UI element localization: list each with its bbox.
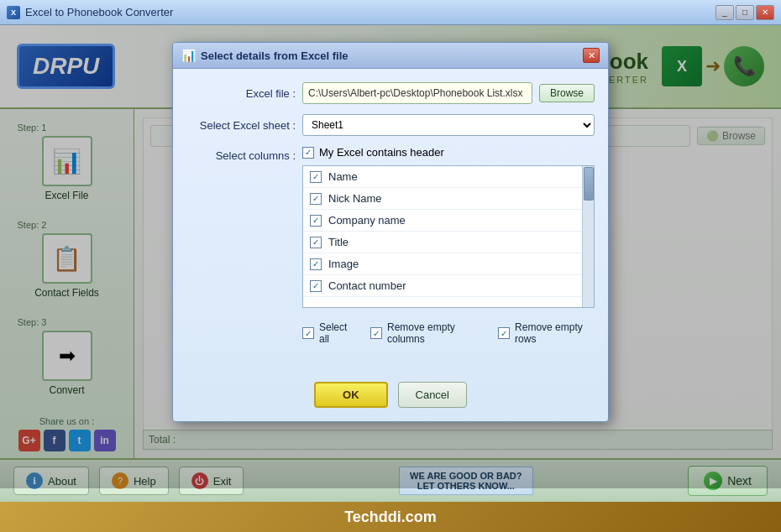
header-checkbox[interactable] [302, 147, 314, 159]
remove-empty-rows-group: Remove empty rows [498, 321, 595, 345]
header-check-row: My Excel contains header [302, 146, 595, 159]
excel-file-input[interactable] [302, 82, 532, 104]
list-item: Image [303, 253, 594, 275]
col-title-label: Title [328, 236, 349, 248]
select-all-check-group: Select all [302, 321, 354, 345]
list-item: Contact number [303, 275, 594, 297]
remove-empty-rows-label: Remove empty rows [515, 321, 595, 345]
col-name-checkbox[interactable] [310, 171, 322, 183]
title-bar-left: X Excel to Phonebook Converter [7, 6, 173, 19]
col-nickname-checkbox[interactable] [310, 193, 322, 205]
list-item: Name [303, 166, 594, 188]
col-image-label: Image [328, 258, 359, 270]
remove-empty-rows-checkbox[interactable] [498, 327, 510, 339]
columns-section-row: Select columns : My Excel contains heade… [186, 146, 595, 350]
list-item: Title [303, 232, 594, 253]
modal-body: Excel file : Browse Select Excel sheet :… [173, 69, 608, 373]
sheet-select-row: Select Excel sheet : Sheet1 [186, 114, 595, 136]
scrollbar[interactable] [582, 166, 594, 307]
col-company-label: Company name [328, 214, 406, 227]
modal-close-button[interactable]: ✕ [583, 48, 600, 63]
modal-title: Select details from Excel file [201, 50, 349, 62]
select-all-label: Select all [319, 321, 354, 345]
columns-section: My Excel contains header Name Nick Name [302, 146, 595, 350]
list-item: Company name [303, 210, 594, 232]
title-bar: X Excel to Phonebook Converter _ □ ✕ [0, 0, 781, 25]
close-button[interactable]: ✕ [756, 5, 774, 20]
watermark-text: Techddi.com [344, 509, 437, 526]
ok-button[interactable]: OK [314, 382, 388, 408]
col-company-checkbox[interactable] [310, 215, 322, 227]
excel-file-label: Excel file : [186, 87, 296, 100]
modal-title-left: 📊 Select details from Excel file [181, 49, 349, 62]
remove-empty-cols-checkbox[interactable] [370, 327, 382, 339]
excel-browse-button[interactable]: Browse [539, 84, 595, 102]
columns-list-box[interactable]: Name Nick Name Company name Title [302, 165, 595, 308]
modal-overlay: 📊 Select details from Excel file ✕ Excel… [0, 25, 781, 488]
col-nickname-label: Nick Name [328, 192, 382, 205]
window-title: Excel to Phonebook Converter [25, 6, 173, 18]
header-check-label: My Excel contains header [319, 146, 444, 159]
cancel-button[interactable]: Cancel [398, 382, 467, 408]
scrollbar-thumb [584, 167, 594, 201]
select-all-checkbox[interactable] [302, 327, 314, 339]
bottom-checks: Select all Remove empty columns Remove e… [302, 316, 595, 350]
minimize-button[interactable]: _ [715, 5, 734, 20]
col-contact-checkbox[interactable] [310, 280, 322, 292]
remove-empty-cols-label: Remove empty columns [387, 321, 481, 345]
modal-footer: OK Cancel [173, 373, 608, 421]
modal-app-icon: 📊 [181, 49, 196, 62]
list-item: Nick Name [303, 188, 594, 210]
window-controls[interactable]: _ □ ✕ [715, 5, 774, 20]
col-image-checkbox[interactable] [310, 258, 322, 270]
modal-titlebar: 📊 Select details from Excel file ✕ [173, 43, 608, 69]
col-name-label: Name [328, 170, 358, 183]
remove-empty-cols-group: Remove empty columns [370, 321, 481, 345]
col-contact-label: Contact number [328, 279, 406, 292]
app-icon: X [7, 6, 20, 19]
maximize-button[interactable]: □ [736, 5, 754, 20]
excel-file-row: Excel file : Browse [186, 82, 595, 104]
watermark: Techddi.com [0, 502, 781, 532]
modal-dialog: 📊 Select details from Excel file ✕ Excel… [172, 42, 609, 422]
sheet-select-label: Select Excel sheet : [186, 119, 296, 132]
columns-section-label: Select columns : [186, 146, 296, 162]
sheet-select-dropdown[interactable]: Sheet1 [302, 114, 595, 136]
col-title-checkbox[interactable] [310, 237, 322, 248]
